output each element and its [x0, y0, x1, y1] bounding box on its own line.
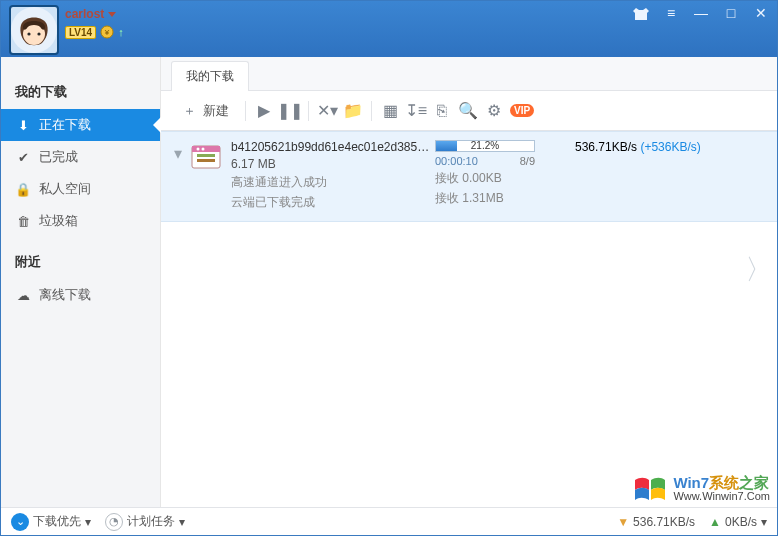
lock-icon: 🔒 — [15, 182, 31, 197]
caret-icon: ▾ — [179, 515, 185, 529]
sidebar-item-label: 已完成 — [39, 148, 78, 166]
svg-text:¥: ¥ — [104, 28, 110, 37]
row-expand-icon[interactable]: ▾ — [167, 140, 189, 163]
grid-view-icon[interactable]: ▦ — [380, 101, 400, 121]
new-task-label: 新建 — [203, 102, 229, 120]
minimize-icon[interactable]: — — [691, 5, 711, 21]
wm-part-b: 系统 — [709, 474, 739, 491]
sidebar: 我的下载 ⬇ 正在下载 ✔ 已完成 🔒 私人空间 🗑 垃圾箱 附近 ☁ 离线下载 — [1, 57, 161, 507]
sidebar-item-label: 垃圾箱 — [39, 212, 78, 230]
level-up-icon: ↑ — [118, 26, 124, 38]
caret-icon: ▾ — [761, 515, 767, 529]
sidebar-item-label: 离线下载 — [39, 286, 91, 304]
wm-part-a: Win7 — [673, 474, 709, 491]
wm-part-c: 之家 — [739, 474, 769, 491]
up-arrow-icon: ▲ — [709, 515, 721, 529]
recv2-label: 接收 — [435, 191, 459, 205]
sort-icon[interactable]: ↧≡ — [406, 101, 426, 121]
title-bar: carlost LV14 ¥ ↑ ≡ — □ ✕ — [1, 1, 777, 57]
windows-logo-icon — [633, 472, 667, 506]
username[interactable]: carlost — [65, 7, 104, 21]
speed-block: 536.71KB/s (+536KB/s) — [575, 140, 725, 154]
file-info: b41205621b99dd61e4ec01e2d3857… 6.17 MB 高… — [231, 140, 431, 211]
rename-icon[interactable]: ⎘ — [432, 101, 452, 121]
menu-icon[interactable]: ≡ — [661, 5, 681, 21]
status-bar: ⌄ 下载优先 ▾ ◔ 计划任务 ▾ ▼ 536.71KB/s ▲ 0KB/s ▾ — [1, 507, 777, 535]
sidebar-item-completed[interactable]: ✔ 已完成 — [1, 141, 160, 173]
schedule-button[interactable]: ◔ 计划任务 ▾ — [105, 513, 185, 531]
row-detail-chevron-icon[interactable]: 〉 — [745, 251, 773, 289]
trash-icon: 🗑 — [15, 214, 31, 229]
separator — [371, 101, 372, 121]
recv2-value: 1.31MB — [462, 191, 503, 205]
sidebar-item-downloading[interactable]: ⬇ 正在下载 — [1, 109, 160, 141]
sidebar-section-nearby: 附近 — [1, 247, 160, 279]
priority-label: 下载优先 — [33, 513, 81, 530]
close-icon[interactable]: ✕ — [751, 5, 771, 21]
svg-rect-7 — [192, 146, 220, 152]
avatar[interactable] — [9, 5, 59, 55]
down-speed-value: 536.71KB/s — [633, 515, 695, 529]
tab-bar: 我的下载 — [161, 57, 777, 91]
separator — [245, 101, 246, 121]
tab-my-downloads[interactable]: 我的下载 — [171, 61, 249, 91]
status-line-2: 云端已下载完成 — [231, 194, 431, 211]
toolbar: ＋ 新建 ▶ ❚❚ ✕▾ 📁 ▦ ↧≡ ⎘ 🔍 ⚙ VIP — [161, 91, 777, 131]
watermark: Win7系统之家 Www.Winwin7.Com — [633, 472, 770, 506]
sidebar-item-label: 私人空间 — [39, 180, 91, 198]
folder-icon[interactable]: 📁 — [343, 101, 363, 121]
file-name: b41205621b99dd61e4ec01e2d3857… — [231, 140, 431, 154]
progress-percent: 21.2% — [436, 141, 534, 151]
download-list: ▾ b41205621b99dd61e4ec01e2d3857… 6.17 MB… — [161, 131, 777, 507]
download-row[interactable]: ▾ b41205621b99dd61e4ec01e2d3857… 6.17 MB… — [161, 131, 777, 222]
coin-icon: ¥ — [100, 25, 114, 39]
body: 我的下载 ⬇ 正在下载 ✔ 已完成 🔒 私人空间 🗑 垃圾箱 附近 ☁ 离线下载 — [1, 57, 777, 507]
up-speed[interactable]: ▲ 0KB/s ▾ — [709, 515, 767, 529]
separator — [308, 101, 309, 121]
sidebar-item-private[interactable]: 🔒 私人空间 — [1, 173, 160, 205]
vip-badge[interactable]: VIP — [510, 104, 534, 117]
wm-url: Www.Winwin7.Com — [673, 491, 770, 503]
cloud-icon: ☁ — [15, 288, 31, 303]
search-icon[interactable]: 🔍 — [458, 101, 478, 121]
progress-bar: 21.2% — [435, 140, 535, 152]
svg-rect-8 — [197, 154, 215, 157]
sidebar-item-offline[interactable]: ☁ 离线下载 — [1, 279, 160, 311]
progress-block: 21.2% 00:00:10 8/9 接收 0.00KB 接收 1.31MB — [435, 140, 565, 207]
status-line-1: 高速通道进入成功 — [231, 174, 431, 191]
up-speed-value: 0KB/s — [725, 515, 757, 529]
svg-point-10 — [197, 148, 200, 151]
down-speed[interactable]: ▼ 536.71KB/s — [617, 515, 695, 529]
sources-count: 8/9 — [520, 155, 535, 167]
svg-point-3 — [37, 32, 40, 35]
elapsed-time: 00:00:10 — [435, 155, 478, 167]
sidebar-item-trash[interactable]: 🗑 垃圾箱 — [1, 205, 160, 237]
check-icon: ✔ — [15, 150, 31, 165]
delete-icon[interactable]: ✕▾ — [317, 101, 337, 121]
user-menu-caret-icon[interactable] — [108, 12, 116, 17]
speed-value: 536.71KB/s — [575, 140, 637, 154]
schedule-label: 计划任务 — [127, 513, 175, 530]
main: 我的下载 ＋ 新建 ▶ ❚❚ ✕▾ 📁 ▦ ↧≡ ⎘ 🔍 ⚙ VIP — [161, 57, 777, 507]
download-icon: ⬇ — [15, 118, 31, 133]
sidebar-section-downloads: 我的下载 — [1, 77, 160, 109]
user-block: carlost LV14 ¥ ↑ — [65, 7, 124, 39]
file-type-icon — [189, 140, 223, 174]
new-task-button[interactable]: ＋ 新建 — [171, 97, 237, 125]
recv1-value: 0.00KB — [462, 171, 501, 185]
play-icon[interactable]: ▶ — [254, 101, 274, 121]
priority-button[interactable]: ⌄ 下载优先 ▾ — [11, 513, 91, 531]
window-controls: ≡ — □ ✕ — [631, 5, 771, 21]
clock-icon: ◔ — [105, 513, 123, 531]
app-window: carlost LV14 ¥ ↑ ≡ — □ ✕ 我的下载 ⬇ 正在下载 — [0, 0, 778, 536]
level-badge: LV14 — [65, 26, 96, 39]
pause-icon[interactable]: ❚❚ — [280, 101, 300, 121]
settings-icon[interactable]: ⚙ — [484, 101, 504, 121]
skin-icon[interactable] — [631, 5, 651, 21]
svg-point-11 — [202, 148, 205, 151]
svg-point-2 — [27, 32, 30, 35]
maximize-icon[interactable]: □ — [721, 5, 741, 21]
recv1-label: 接收 — [435, 171, 459, 185]
priority-icon: ⌄ — [11, 513, 29, 531]
sidebar-item-label: 正在下载 — [39, 116, 91, 134]
